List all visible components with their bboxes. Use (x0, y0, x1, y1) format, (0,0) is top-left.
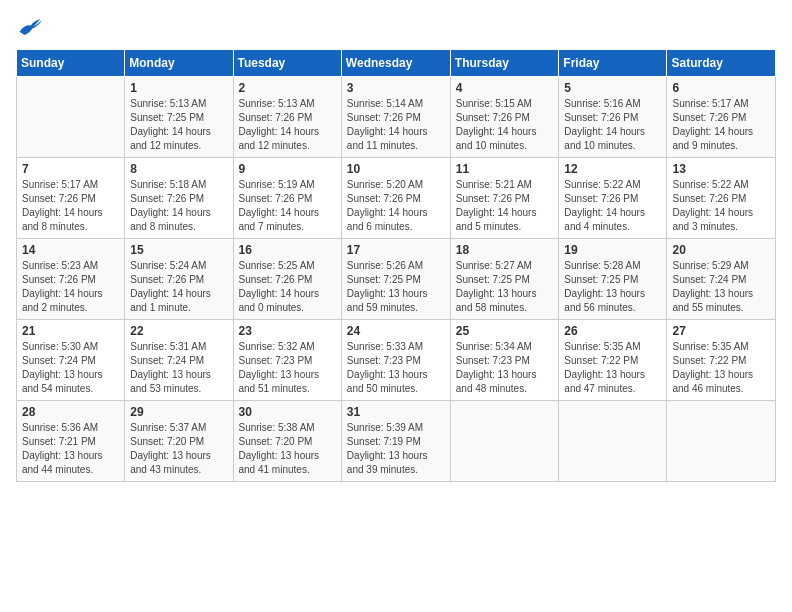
calendar-cell: 22Sunrise: 5:31 AM Sunset: 7:24 PM Dayli… (125, 320, 233, 401)
calendar-cell: 5Sunrise: 5:16 AM Sunset: 7:26 PM Daylig… (559, 77, 667, 158)
day-info: Sunrise: 5:14 AM Sunset: 7:26 PM Dayligh… (347, 97, 445, 153)
logo-bird-icon (18, 17, 42, 37)
header-day-wednesday: Wednesday (341, 50, 450, 77)
day-number: 6 (672, 81, 770, 95)
day-info: Sunrise: 5:32 AM Sunset: 7:23 PM Dayligh… (239, 340, 336, 396)
calendar-cell: 13Sunrise: 5:22 AM Sunset: 7:26 PM Dayli… (667, 158, 776, 239)
day-info: Sunrise: 5:19 AM Sunset: 7:26 PM Dayligh… (239, 178, 336, 234)
day-info: Sunrise: 5:27 AM Sunset: 7:25 PM Dayligh… (456, 259, 554, 315)
calendar-cell: 1Sunrise: 5:13 AM Sunset: 7:25 PM Daylig… (125, 77, 233, 158)
calendar-cell (450, 401, 559, 482)
day-number: 29 (130, 405, 227, 419)
day-info: Sunrise: 5:38 AM Sunset: 7:20 PM Dayligh… (239, 421, 336, 477)
day-number: 2 (239, 81, 336, 95)
day-number: 21 (22, 324, 119, 338)
day-info: Sunrise: 5:37 AM Sunset: 7:20 PM Dayligh… (130, 421, 227, 477)
day-number: 7 (22, 162, 119, 176)
day-info: Sunrise: 5:31 AM Sunset: 7:24 PM Dayligh… (130, 340, 227, 396)
day-number: 3 (347, 81, 445, 95)
week-row-1: 1Sunrise: 5:13 AM Sunset: 7:25 PM Daylig… (17, 77, 776, 158)
day-number: 9 (239, 162, 336, 176)
calendar-cell: 4Sunrise: 5:15 AM Sunset: 7:26 PM Daylig… (450, 77, 559, 158)
day-number: 16 (239, 243, 336, 257)
day-number: 5 (564, 81, 661, 95)
day-info: Sunrise: 5:30 AM Sunset: 7:24 PM Dayligh… (22, 340, 119, 396)
week-row-2: 7Sunrise: 5:17 AM Sunset: 7:26 PM Daylig… (17, 158, 776, 239)
calendar-cell (559, 401, 667, 482)
day-number: 18 (456, 243, 554, 257)
day-info: Sunrise: 5:16 AM Sunset: 7:26 PM Dayligh… (564, 97, 661, 153)
header-day-friday: Friday (559, 50, 667, 77)
day-number: 27 (672, 324, 770, 338)
day-number: 31 (347, 405, 445, 419)
page-header (16, 16, 776, 37)
header-row: SundayMondayTuesdayWednesdayThursdayFrid… (17, 50, 776, 77)
calendar-cell: 30Sunrise: 5:38 AM Sunset: 7:20 PM Dayli… (233, 401, 341, 482)
calendar-cell: 11Sunrise: 5:21 AM Sunset: 7:26 PM Dayli… (450, 158, 559, 239)
day-info: Sunrise: 5:39 AM Sunset: 7:19 PM Dayligh… (347, 421, 445, 477)
day-info: Sunrise: 5:26 AM Sunset: 7:25 PM Dayligh… (347, 259, 445, 315)
day-info: Sunrise: 5:23 AM Sunset: 7:26 PM Dayligh… (22, 259, 119, 315)
day-number: 14 (22, 243, 119, 257)
day-info: Sunrise: 5:17 AM Sunset: 7:26 PM Dayligh… (22, 178, 119, 234)
week-row-3: 14Sunrise: 5:23 AM Sunset: 7:26 PM Dayli… (17, 239, 776, 320)
day-number: 8 (130, 162, 227, 176)
day-info: Sunrise: 5:35 AM Sunset: 7:22 PM Dayligh… (564, 340, 661, 396)
week-row-5: 28Sunrise: 5:36 AM Sunset: 7:21 PM Dayli… (17, 401, 776, 482)
day-number: 19 (564, 243, 661, 257)
day-number: 17 (347, 243, 445, 257)
day-info: Sunrise: 5:25 AM Sunset: 7:26 PM Dayligh… (239, 259, 336, 315)
calendar-cell: 26Sunrise: 5:35 AM Sunset: 7:22 PM Dayli… (559, 320, 667, 401)
week-row-4: 21Sunrise: 5:30 AM Sunset: 7:24 PM Dayli… (17, 320, 776, 401)
day-number: 26 (564, 324, 661, 338)
header-day-monday: Monday (125, 50, 233, 77)
header-day-saturday: Saturday (667, 50, 776, 77)
day-number: 13 (672, 162, 770, 176)
calendar-cell: 17Sunrise: 5:26 AM Sunset: 7:25 PM Dayli… (341, 239, 450, 320)
calendar-table: SundayMondayTuesdayWednesdayThursdayFrid… (16, 49, 776, 482)
day-info: Sunrise: 5:18 AM Sunset: 7:26 PM Dayligh… (130, 178, 227, 234)
calendar-cell (667, 401, 776, 482)
calendar-cell: 14Sunrise: 5:23 AM Sunset: 7:26 PM Dayli… (17, 239, 125, 320)
header-day-sunday: Sunday (17, 50, 125, 77)
day-number: 10 (347, 162, 445, 176)
calendar-cell: 10Sunrise: 5:20 AM Sunset: 7:26 PM Dayli… (341, 158, 450, 239)
day-info: Sunrise: 5:15 AM Sunset: 7:26 PM Dayligh… (456, 97, 554, 153)
day-number: 12 (564, 162, 661, 176)
calendar-cell: 8Sunrise: 5:18 AM Sunset: 7:26 PM Daylig… (125, 158, 233, 239)
day-info: Sunrise: 5:28 AM Sunset: 7:25 PM Dayligh… (564, 259, 661, 315)
calendar-cell: 29Sunrise: 5:37 AM Sunset: 7:20 PM Dayli… (125, 401, 233, 482)
day-info: Sunrise: 5:13 AM Sunset: 7:26 PM Dayligh… (239, 97, 336, 153)
calendar-cell: 15Sunrise: 5:24 AM Sunset: 7:26 PM Dayli… (125, 239, 233, 320)
calendar-cell: 27Sunrise: 5:35 AM Sunset: 7:22 PM Dayli… (667, 320, 776, 401)
day-info: Sunrise: 5:17 AM Sunset: 7:26 PM Dayligh… (672, 97, 770, 153)
day-number: 30 (239, 405, 336, 419)
day-number: 24 (347, 324, 445, 338)
day-info: Sunrise: 5:33 AM Sunset: 7:23 PM Dayligh… (347, 340, 445, 396)
calendar-cell: 7Sunrise: 5:17 AM Sunset: 7:26 PM Daylig… (17, 158, 125, 239)
day-number: 15 (130, 243, 227, 257)
logo (16, 16, 42, 37)
calendar-body: 1Sunrise: 5:13 AM Sunset: 7:25 PM Daylig… (17, 77, 776, 482)
calendar-cell: 31Sunrise: 5:39 AM Sunset: 7:19 PM Dayli… (341, 401, 450, 482)
calendar-cell (17, 77, 125, 158)
day-number: 28 (22, 405, 119, 419)
day-info: Sunrise: 5:34 AM Sunset: 7:23 PM Dayligh… (456, 340, 554, 396)
calendar-cell: 12Sunrise: 5:22 AM Sunset: 7:26 PM Dayli… (559, 158, 667, 239)
calendar-cell: 3Sunrise: 5:14 AM Sunset: 7:26 PM Daylig… (341, 77, 450, 158)
calendar-cell: 19Sunrise: 5:28 AM Sunset: 7:25 PM Dayli… (559, 239, 667, 320)
day-info: Sunrise: 5:24 AM Sunset: 7:26 PM Dayligh… (130, 259, 227, 315)
header-day-tuesday: Tuesday (233, 50, 341, 77)
calendar-cell: 18Sunrise: 5:27 AM Sunset: 7:25 PM Dayli… (450, 239, 559, 320)
day-info: Sunrise: 5:35 AM Sunset: 7:22 PM Dayligh… (672, 340, 770, 396)
calendar-cell: 2Sunrise: 5:13 AM Sunset: 7:26 PM Daylig… (233, 77, 341, 158)
day-info: Sunrise: 5:20 AM Sunset: 7:26 PM Dayligh… (347, 178, 445, 234)
calendar-cell: 21Sunrise: 5:30 AM Sunset: 7:24 PM Dayli… (17, 320, 125, 401)
calendar-cell: 25Sunrise: 5:34 AM Sunset: 7:23 PM Dayli… (450, 320, 559, 401)
calendar-cell: 6Sunrise: 5:17 AM Sunset: 7:26 PM Daylig… (667, 77, 776, 158)
day-number: 25 (456, 324, 554, 338)
header-day-thursday: Thursday (450, 50, 559, 77)
calendar-cell: 24Sunrise: 5:33 AM Sunset: 7:23 PM Dayli… (341, 320, 450, 401)
day-number: 11 (456, 162, 554, 176)
day-number: 23 (239, 324, 336, 338)
